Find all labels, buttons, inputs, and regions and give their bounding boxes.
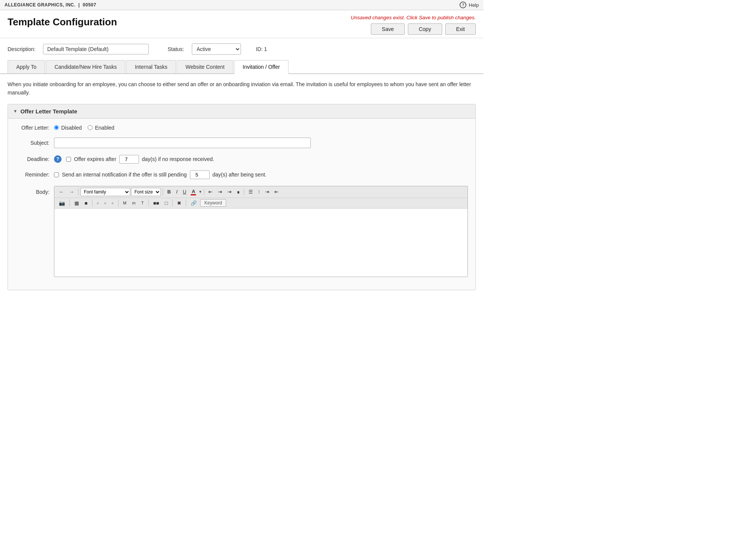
toolbar-sep-7 [118, 200, 119, 206]
tab-apply-to[interactable]: Apply To [8, 60, 45, 73]
deadline-help-icon[interactable]: ? [54, 155, 62, 163]
reminder-text2: day(s) after being sent. [213, 172, 267, 178]
toolbar-sep-2 [163, 189, 163, 195]
reminder-content: Send an internal notification if the off… [54, 170, 267, 179]
deadline-text1: Offer expires after [74, 156, 116, 162]
offer-letter-label: Offer Letter: [15, 125, 49, 131]
clear-format-button[interactable]: ✖ [175, 199, 184, 207]
special-char3[interactable]: T [139, 200, 146, 206]
insert-image-button[interactable]: 📷 [57, 199, 67, 207]
font-size-select[interactable]: Font size 8 10 12 14 16 18 [131, 188, 161, 196]
reminder-row: Reminder: Send an internal notification … [15, 170, 468, 179]
deadline-label: Deadline: [15, 156, 49, 162]
help-area: ? Help [460, 2, 479, 8]
section-body: Offer Letter: Disabled Enabled Subject: [8, 119, 475, 290]
deadline-checkbox[interactable] [66, 157, 71, 162]
toolbar-sep-3 [204, 189, 204, 195]
unsaved-message: Unsaved changes exist. Click Save to pub… [351, 15, 476, 20]
special-char1[interactable]: M [121, 200, 129, 206]
align-justify-button[interactable]: ∎ [235, 188, 242, 196]
toolbar-sep-8 [148, 200, 149, 206]
color-dropdown-icon[interactable]: ▼ [198, 190, 202, 194]
align-center-button[interactable]: ⇥ [216, 188, 224, 196]
chevron-down-icon: ▼ [13, 109, 17, 113]
format-button2[interactable]: ▫ [102, 199, 108, 207]
toolbar-sep-1 [78, 189, 79, 195]
header-right: Unsaved changes exist. Click Save to pub… [351, 15, 476, 35]
id-label: ID: 1 [256, 46, 267, 52]
tab-invitation-offer[interactable]: Invitation / Offer [234, 60, 289, 74]
enabled-radio-option[interactable]: Enabled [88, 125, 114, 131]
ordered-list-button[interactable]: ☰ [246, 188, 255, 196]
section-header[interactable]: ▼ Offer Letter Template [8, 104, 475, 119]
body-editor: ← → Font family Arial Times New Roman Ve… [54, 186, 468, 277]
deadline-text2: day(s) if no response received. [142, 156, 214, 162]
reminder-label: Reminder: [15, 172, 49, 178]
header-area: Template Configuration Unsaved changes e… [0, 10, 483, 38]
font-family-select[interactable]: Font family Arial Times New Roman Verdan… [80, 188, 130, 196]
tab-website-content[interactable]: Website Content [177, 60, 233, 73]
toolbar-sep-10 [186, 200, 186, 206]
insert-field-button[interactable]: ■■ [151, 199, 162, 207]
unordered-list-button[interactable]: ⁝ [256, 188, 262, 196]
status-select[interactable]: Active Inactive [192, 43, 241, 55]
enabled-label: Enabled [95, 125, 114, 131]
tab-candidate-tasks[interactable]: Candidate/New Hire Tasks [46, 60, 125, 73]
align-right-button[interactable]: ⇥ [225, 188, 234, 196]
editor-toolbar-row1: ← → Font family Arial Times New Roman Ve… [54, 186, 467, 198]
disabled-radio[interactable] [54, 125, 59, 130]
enabled-radio[interactable] [88, 125, 93, 130]
redo-button[interactable]: → [67, 188, 76, 196]
section-title: Offer Letter Template [20, 108, 77, 115]
editor-body-area[interactable] [54, 209, 467, 277]
description-input[interactable] [43, 44, 149, 54]
toolbar-sep-9 [172, 200, 173, 206]
deadline-content: Offer expires after day(s) if no respons… [66, 155, 214, 164]
keyword-button[interactable]: Keyword [200, 199, 226, 207]
offer-letter-radio-group: Disabled Enabled [54, 125, 114, 131]
reminder-days-input[interactable] [190, 170, 210, 179]
top-bar: ALLEGIANCE GRAPHICS, INC. | 00507 ? Help [0, 0, 483, 10]
action-buttons: Save Copy Exit [371, 23, 476, 35]
table-options-button[interactable]: ■ [82, 199, 90, 207]
subject-label: Subject: [15, 140, 49, 146]
subject-input[interactable] [54, 138, 311, 148]
offer-letter-section: ▼ Offer Letter Template Offer Letter: Di… [8, 104, 476, 290]
exit-button[interactable]: Exit [445, 23, 476, 35]
special-char2[interactable]: m [130, 200, 138, 206]
italic-button[interactable]: I [174, 188, 180, 196]
offer-letter-row: Offer Letter: Disabled Enabled [15, 125, 468, 131]
outdent-button[interactable]: ⇤ [272, 188, 281, 196]
align-left-button[interactable]: ⇤ [206, 188, 215, 196]
company-name: ALLEGIANCE GRAPHICS, INC. | 00507 [5, 2, 96, 8]
link-button[interactable]: 🔗 [188, 199, 199, 207]
reminder-checkbox[interactable] [54, 172, 59, 177]
deadline-row: Deadline: ? Offer expires after day(s) i… [15, 155, 468, 164]
tab-internal-tasks[interactable]: Internal Tasks [126, 60, 176, 73]
help-label[interactable]: Help [469, 2, 479, 8]
editor-toolbar-row2: 📷 ▦ ■ ▫ ▫ ▫ M m T ■■ □ [54, 198, 467, 209]
deadline-days-input[interactable] [119, 155, 139, 164]
disabled-label: Disabled [61, 125, 82, 131]
intro-text: When you initiate onboarding for an empl… [8, 80, 476, 97]
undo-button[interactable]: ← [57, 188, 66, 196]
status-label: Status: [168, 46, 184, 52]
format-button1[interactable]: ▫ [95, 199, 101, 207]
body-label: Body: [15, 189, 49, 195]
body-row: Body: ← → Font family Arial Times New Ro… [15, 186, 468, 277]
toolbar-sep-5 [69, 200, 70, 206]
reminder-text1: Send an internal notification if the off… [62, 172, 187, 178]
insert-table-button[interactable]: ▦ [72, 199, 81, 207]
merge-field-button[interactable]: □ [162, 199, 170, 207]
content-area: When you initiate onboarding for an empl… [0, 74, 483, 296]
copy-button[interactable]: Copy [408, 23, 442, 35]
underline-button[interactable]: U [181, 188, 188, 196]
save-button[interactable]: Save [371, 23, 405, 35]
subject-row: Subject: [15, 138, 468, 148]
bold-button[interactable]: B [165, 188, 173, 196]
indent-button[interactable]: ⇥ [263, 188, 272, 196]
font-color-button[interactable]: A [189, 188, 197, 196]
disabled-radio-option[interactable]: Disabled [54, 125, 82, 131]
format-button3[interactable]: ▫ [110, 199, 116, 207]
tabs-row: Apply To Candidate/New Hire Tasks Intern… [0, 60, 483, 74]
